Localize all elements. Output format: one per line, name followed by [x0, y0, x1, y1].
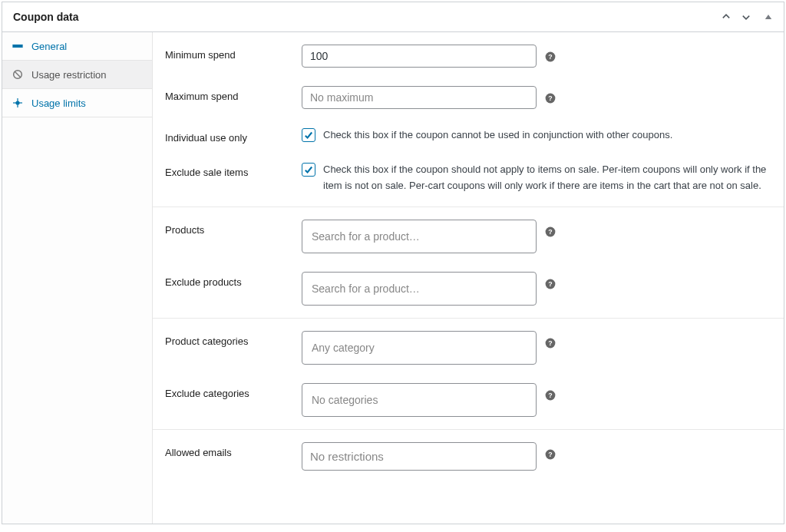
tab-usage-limits[interactable]: Usage limits [2, 89, 152, 117]
svg-text:?: ? [548, 228, 552, 236]
svg-line-2 [15, 71, 21, 78]
help-icon[interactable]: ? [544, 51, 556, 63]
exclude-sale-items-description: Check this box if the coupon should not … [323, 162, 771, 194]
help-icon[interactable]: ? [544, 92, 556, 104]
collapse-button[interactable] [764, 12, 773, 21]
tab-usage-restriction[interactable]: Usage restriction [2, 61, 152, 89]
check-icon [303, 130, 314, 140]
individual-use-row: Individual use only Check this box if th… [153, 118, 784, 153]
exclude-products-row: Exclude products Search for a product… ? [153, 263, 784, 315]
exclude-categories-label: Exclude categories [165, 383, 302, 399]
minimum-spend-row: Minimum spend ? [153, 35, 784, 77]
allowed-emails-input[interactable] [302, 442, 537, 471]
help-icon[interactable]: ? [544, 278, 556, 290]
product-categories-label: Product categories [165, 331, 302, 347]
svg-point-5 [16, 101, 19, 104]
ticket-icon [12, 40, 24, 52]
limits-icon [12, 97, 24, 109]
product-categories-select[interactable]: Any category [302, 331, 537, 365]
help-icon[interactable]: ? [544, 448, 556, 461]
panel-title: Coupon data [13, 11, 79, 23]
check-icon [303, 164, 314, 175]
svg-text:?: ? [548, 339, 552, 347]
exclude-categories-select[interactable]: No categories [302, 383, 537, 417]
ban-icon [12, 68, 24, 81]
svg-text:?: ? [548, 94, 552, 102]
individual-use-description: Check this box if the coupon cannot be u… [323, 127, 672, 144]
tab-label: General [31, 41, 67, 52]
svg-marker-0 [765, 15, 771, 19]
minimum-spend-input[interactable] [302, 45, 537, 68]
exclude-sale-items-label: Exclude sale items [165, 162, 302, 178]
spend-section: Minimum spend ? Maximum spend ? [153, 32, 784, 207]
exclude-sale-items-row: Exclude sale items Check this box if the… [153, 153, 784, 203]
help-icon[interactable]: ? [544, 389, 556, 401]
individual-use-checkbox[interactable] [302, 128, 315, 142]
move-down-button[interactable] [739, 10, 753, 24]
minimum-spend-label: Minimum spend [165, 45, 302, 61]
svg-text:?: ? [548, 451, 552, 458]
exclude-products-select[interactable]: Search for a product… [302, 272, 537, 306]
chevron-down-icon [741, 12, 751, 22]
product-categories-row: Product categories Any category ? [153, 322, 784, 374]
exclude-sale-items-checkbox[interactable] [302, 163, 315, 177]
svg-text:?: ? [548, 392, 552, 399]
panel-body: General Usage restriction Usage limits M… [2, 32, 784, 524]
move-up-button[interactable] [719, 10, 733, 24]
help-icon[interactable]: ? [544, 226, 556, 238]
allowed-emails-row: Allowed emails ? [153, 433, 784, 480]
sidebar-tabs: General Usage restriction Usage limits [2, 32, 153, 524]
individual-use-label: Individual use only [165, 127, 302, 144]
products-label: Products [165, 220, 302, 236]
products-row: Products Search for a product… ? [153, 210, 784, 263]
tab-label: Usage restriction [31, 69, 107, 81]
products-select[interactable]: Search for a product… [302, 220, 537, 253]
exclude-categories-row: Exclude categories No categories ? [153, 374, 784, 426]
emails-section: Allowed emails ? [153, 430, 784, 483]
chevron-up-icon [721, 12, 732, 22]
header-controls [719, 10, 773, 24]
maximum-spend-label: Maximum spend [165, 86, 302, 102]
help-icon[interactable]: ? [544, 337, 556, 349]
tab-label: Usage limits [31, 97, 86, 109]
panel-header: Coupon data [2, 2, 784, 32]
triangle-up-icon [764, 12, 773, 21]
products-section: Products Search for a product… ? Exclude… [153, 207, 784, 319]
tab-general[interactable]: General [2, 32, 152, 61]
allowed-emails-label: Allowed emails [165, 442, 302, 458]
coupon-data-panel: Coupon data General [2, 2, 784, 524]
maximum-spend-row: Maximum spend ? [153, 77, 784, 118]
categories-section: Product categories Any category ? Exclud… [153, 319, 784, 430]
maximum-spend-input[interactable] [302, 86, 537, 109]
svg-text:?: ? [548, 280, 552, 288]
svg-text:?: ? [548, 53, 552, 61]
exclude-products-label: Exclude products [165, 272, 302, 288]
content-area: Minimum spend ? Maximum spend ? [153, 32, 784, 524]
